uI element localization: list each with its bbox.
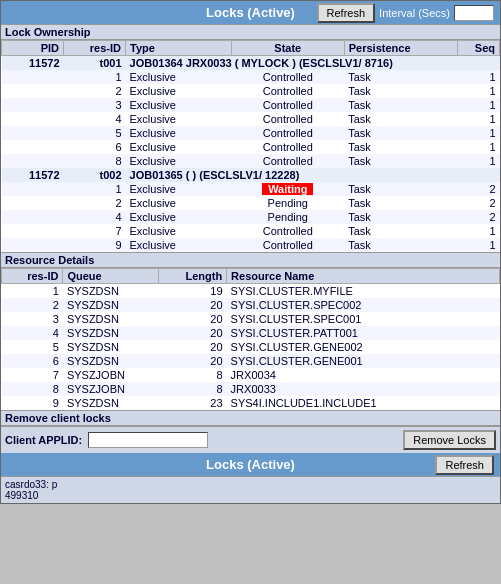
status-line2: 499310 bbox=[5, 490, 496, 501]
resource-row: 1 SYSZDSN 19 SYSI.CLUSTER.MYFILE bbox=[2, 284, 500, 299]
lock-type: Exclusive bbox=[126, 140, 232, 154]
lock-seq: 1 bbox=[457, 154, 499, 168]
job-pid: 11572 bbox=[2, 56, 64, 71]
rd-resid: 2 bbox=[2, 298, 63, 312]
lock-persistence: Task bbox=[344, 126, 457, 140]
lock-resid: 9 bbox=[64, 238, 126, 252]
lock-type: Exclusive bbox=[126, 126, 232, 140]
lock-type: Exclusive bbox=[126, 182, 232, 196]
interval-input[interactable] bbox=[454, 5, 494, 21]
header-bar: Locks (Active) Refresh Interval (Secs) bbox=[1, 1, 500, 24]
lock-pid bbox=[2, 98, 64, 112]
rd-queue: SYSZDSN bbox=[63, 326, 159, 340]
rd-col-header-length: Length bbox=[158, 269, 226, 284]
remove-locks-button[interactable]: Remove Locks bbox=[403, 430, 496, 450]
lock-resid: 3 bbox=[64, 98, 126, 112]
rd-resid: 7 bbox=[2, 368, 63, 382]
resource-row: 5 SYSZDSN 20 SYSI.CLUSTER.GENE002 bbox=[2, 340, 500, 354]
rd-resid: 8 bbox=[2, 382, 63, 396]
header-controls: Refresh Interval (Secs) bbox=[317, 3, 494, 23]
lock-resid: 4 bbox=[64, 112, 126, 126]
lock-resid: 8 bbox=[64, 154, 126, 168]
col-header-persistence: Persistence bbox=[344, 41, 457, 56]
rd-queue: SYSZDSN bbox=[63, 284, 159, 299]
lock-seq: 1 bbox=[457, 70, 499, 84]
lock-seq: 1 bbox=[457, 84, 499, 98]
lock-type: Exclusive bbox=[126, 70, 232, 84]
lock-persistence: Task bbox=[344, 238, 457, 252]
lock-row: 5 Exclusive Controlled Task 1 bbox=[2, 126, 500, 140]
col-header-pid: PID bbox=[2, 41, 64, 56]
lock-persistence: Task bbox=[344, 84, 457, 98]
lock-state: Controlled bbox=[231, 126, 344, 140]
rd-resname: SYSI.CLUSTER.GENE001 bbox=[227, 354, 500, 368]
footer-refresh-container: Refresh bbox=[435, 455, 494, 475]
rd-resname: SYS4I.INCLUDE1.INCLUDE1 bbox=[227, 396, 500, 410]
resource-row: 7 SYSZJOBN 8 JRX0034 bbox=[2, 368, 500, 382]
lock-seq: 2 bbox=[457, 196, 499, 210]
lock-pid bbox=[2, 154, 64, 168]
lock-seq: 1 bbox=[457, 98, 499, 112]
lock-type: Exclusive bbox=[126, 196, 232, 210]
lock-ownership-table: PID res-ID Type State Persistence Seq 11… bbox=[1, 40, 500, 252]
lock-state: Controlled bbox=[231, 84, 344, 98]
col-header-type: Type bbox=[126, 41, 232, 56]
rd-resid: 5 bbox=[2, 340, 63, 354]
client-applid-label: Client APPLID: bbox=[5, 434, 82, 446]
lock-pid bbox=[2, 238, 64, 252]
lock-seq: 1 bbox=[457, 126, 499, 140]
rd-length: 20 bbox=[158, 326, 226, 340]
rd-col-header-resid: res-ID bbox=[2, 269, 63, 284]
lock-type: Exclusive bbox=[126, 210, 232, 224]
main-container: Locks (Active) Refresh Interval (Secs) L… bbox=[0, 0, 501, 504]
lock-resid: 7 bbox=[64, 224, 126, 238]
lock-persistence: Task bbox=[344, 224, 457, 238]
rd-resname: SYSI.CLUSTER.SPEC002 bbox=[227, 298, 500, 312]
rd-length: 19 bbox=[158, 284, 226, 299]
lock-seq: 1 bbox=[457, 112, 499, 126]
rd-resid: 6 bbox=[2, 354, 63, 368]
interval-label: Interval (Secs) bbox=[379, 7, 450, 19]
footer-refresh-button[interactable]: Refresh bbox=[435, 455, 494, 475]
rd-queue: SYSZDSN bbox=[63, 312, 159, 326]
rd-length: 8 bbox=[158, 382, 226, 396]
lock-persistence: Task bbox=[344, 70, 457, 84]
job-desc: JOB01365 ( ) (ESCLSLV1/ 12228) bbox=[126, 168, 500, 182]
rd-length: 8 bbox=[158, 368, 226, 382]
header-refresh-button[interactable]: Refresh bbox=[317, 3, 376, 23]
job-resid: t002 bbox=[64, 168, 126, 182]
lock-persistence: Task bbox=[344, 112, 457, 126]
lock-row: 7 Exclusive Controlled Task 1 bbox=[2, 224, 500, 238]
waiting-badge: Waiting bbox=[262, 183, 313, 195]
resource-row: 4 SYSZDSN 20 SYSI.CLUSTER.PATT001 bbox=[2, 326, 500, 340]
rd-length: 20 bbox=[158, 340, 226, 354]
lock-row: 1 Exclusive Waiting Task 2 bbox=[2, 182, 500, 196]
lock-type: Exclusive bbox=[126, 98, 232, 112]
rd-resname: SYSI.CLUSTER.GENE002 bbox=[227, 340, 500, 354]
lock-type: Exclusive bbox=[126, 112, 232, 126]
client-applid-input[interactable] bbox=[88, 432, 208, 448]
lock-row: 9 Exclusive Controlled Task 1 bbox=[2, 238, 500, 252]
lock-persistence: Task bbox=[344, 210, 457, 224]
lock-pid bbox=[2, 84, 64, 98]
rd-queue: SYSZJOBN bbox=[63, 382, 159, 396]
lock-row: 6 Exclusive Controlled Task 1 bbox=[2, 140, 500, 154]
lock-row: 3 Exclusive Controlled Task 1 bbox=[2, 98, 500, 112]
rd-queue: SYSZDSN bbox=[63, 340, 159, 354]
lock-state: Controlled bbox=[231, 140, 344, 154]
footer-bar: Locks (Active) Refresh bbox=[1, 453, 500, 476]
rd-length: 20 bbox=[158, 312, 226, 326]
job-desc: JOB01364 JRX0033 ( MYLOCK ) (ESCLSLV1/ 8… bbox=[126, 56, 500, 71]
lock-persistence: Task bbox=[344, 140, 457, 154]
lock-row: 2 Exclusive Pending Task 2 bbox=[2, 196, 500, 210]
lock-state: Controlled bbox=[231, 238, 344, 252]
lock-seq: 1 bbox=[457, 238, 499, 252]
lock-state: Pending bbox=[231, 196, 344, 210]
lock-row: 4 Exclusive Controlled Task 1 bbox=[2, 112, 500, 126]
lock-row: 4 Exclusive Pending Task 2 bbox=[2, 210, 500, 224]
rd-length: 20 bbox=[158, 354, 226, 368]
rd-resid: 9 bbox=[2, 396, 63, 410]
job-resid: t001 bbox=[64, 56, 126, 71]
status-bar: casrdo33: p 499310 bbox=[1, 476, 500, 503]
lock-seq: 2 bbox=[457, 182, 499, 196]
